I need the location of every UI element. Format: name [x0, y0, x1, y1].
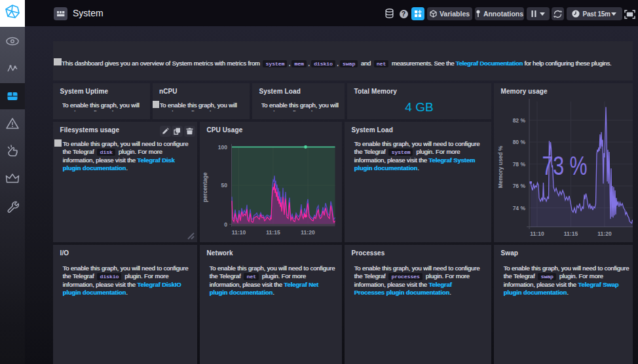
- svg-text:11:20: 11:20: [301, 229, 315, 236]
- svg-text:76 %: 76 %: [513, 183, 526, 189]
- svg-text:11:20: 11:20: [597, 230, 612, 237]
- svg-text:11:10: 11:10: [232, 229, 246, 236]
- svg-text:Memory used %: Memory used %: [497, 145, 504, 188]
- svg-text:82 %: 82 %: [513, 117, 526, 124]
- svg-text:80 %: 80 %: [513, 139, 526, 145]
- svg-text:74 %: 74 %: [513, 205, 526, 211]
- svg-text:50: 50: [221, 182, 228, 189]
- svg-text:0: 0: [224, 221, 227, 228]
- svg-text:100: 100: [218, 144, 227, 151]
- svg-text:11:15: 11:15: [266, 229, 280, 236]
- svg-text:percentage: percentage: [202, 172, 208, 202]
- svg-text:11:15: 11:15: [564, 230, 578, 237]
- svg-text:11:10: 11:10: [530, 230, 544, 237]
